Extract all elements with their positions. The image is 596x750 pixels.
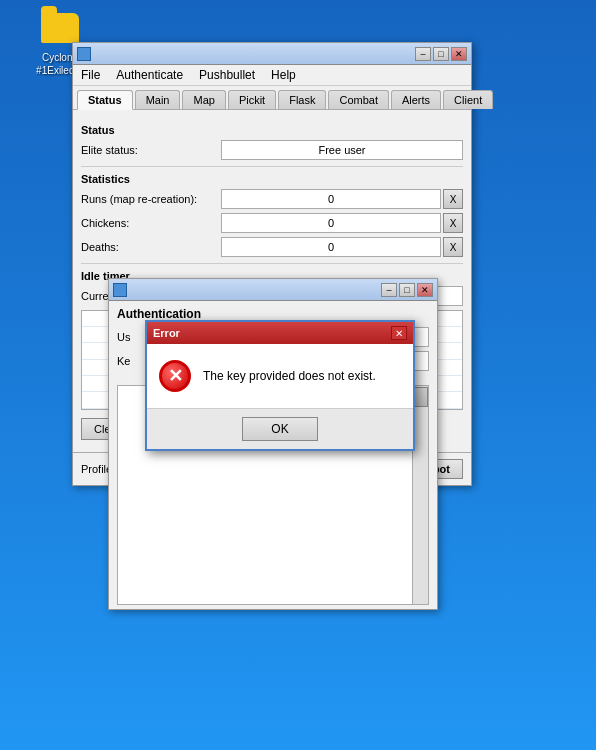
desktop: Cyclone #1Exiled B – □ ✕ File Authentica… bbox=[0, 0, 596, 750]
error-dialog: Error ✕ ✕ The key provided does not exis… bbox=[145, 320, 415, 451]
tab-map[interactable]: Map bbox=[182, 90, 225, 109]
menu-file[interactable]: File bbox=[77, 67, 104, 83]
second-window-titlebar: – □ ✕ bbox=[109, 279, 437, 301]
statistics-section-label: Statistics bbox=[81, 173, 463, 185]
second-app-icon bbox=[113, 283, 127, 297]
ok-button[interactable]: OK bbox=[242, 417, 317, 441]
runs-label: Runs (map re-creation): bbox=[81, 193, 221, 205]
menu-authenticate[interactable]: Authenticate bbox=[112, 67, 187, 83]
tab-client[interactable]: Client bbox=[443, 90, 493, 109]
error-close-button[interactable]: ✕ bbox=[391, 326, 407, 340]
auth-title: Authentication bbox=[117, 307, 429, 321]
deaths-reset-button[interactable]: X bbox=[443, 237, 463, 257]
divider-1 bbox=[81, 166, 463, 167]
runs-value: 0 bbox=[221, 189, 441, 209]
deaths-label: Deaths: bbox=[81, 241, 221, 253]
tab-status[interactable]: Status bbox=[77, 90, 133, 110]
maximize-button[interactable]: □ bbox=[433, 47, 449, 61]
main-window-titlebar: – □ ✕ bbox=[73, 43, 471, 65]
error-title: Error bbox=[153, 327, 180, 339]
chickens-value: 0 bbox=[221, 213, 441, 233]
runs-reset-button[interactable]: X bbox=[443, 189, 463, 209]
elite-status-row: Elite status: Free user bbox=[81, 140, 463, 160]
menu-help[interactable]: Help bbox=[267, 67, 300, 83]
tab-main[interactable]: Main bbox=[135, 90, 181, 109]
deaths-row: Deaths: 0 X bbox=[81, 237, 463, 257]
second-maximize-button[interactable]: □ bbox=[399, 283, 415, 297]
menu-bar: File Authenticate Pushbullet Help bbox=[73, 65, 471, 86]
chickens-label: Chickens: bbox=[81, 217, 221, 229]
error-footer: OK bbox=[147, 408, 413, 449]
runs-row: Runs (map re-creation): 0 X bbox=[81, 189, 463, 209]
chickens-row: Chickens: 0 X bbox=[81, 213, 463, 233]
tabs-container: Status Main Map Pickit Flask Combat Aler… bbox=[73, 86, 471, 110]
status-section-label: Status bbox=[81, 124, 463, 136]
tab-flask[interactable]: Flask bbox=[278, 90, 326, 109]
error-titlebar: Error ✕ bbox=[147, 322, 413, 344]
tab-pickit[interactable]: Pickit bbox=[228, 90, 276, 109]
error-message: The key provided does not exist. bbox=[203, 368, 376, 385]
app-icon bbox=[77, 47, 91, 61]
tab-alerts[interactable]: Alerts bbox=[391, 90, 441, 109]
elite-status-value: Free user bbox=[221, 140, 463, 160]
window-controls: – □ ✕ bbox=[415, 47, 467, 61]
second-window-controls: – □ ✕ bbox=[381, 283, 433, 297]
second-close-button[interactable]: ✕ bbox=[417, 283, 433, 297]
error-icon: ✕ bbox=[159, 360, 191, 392]
deaths-value: 0 bbox=[221, 237, 441, 257]
second-minimize-button[interactable]: – bbox=[381, 283, 397, 297]
tab-combat[interactable]: Combat bbox=[328, 90, 389, 109]
elite-status-label: Elite status: bbox=[81, 144, 221, 156]
divider-2 bbox=[81, 263, 463, 264]
menu-pushbullet[interactable]: Pushbullet bbox=[195, 67, 259, 83]
error-body: ✕ The key provided does not exist. bbox=[147, 344, 413, 408]
chickens-reset-button[interactable]: X bbox=[443, 213, 463, 233]
minimize-button[interactable]: – bbox=[415, 47, 431, 61]
close-button[interactable]: ✕ bbox=[451, 47, 467, 61]
